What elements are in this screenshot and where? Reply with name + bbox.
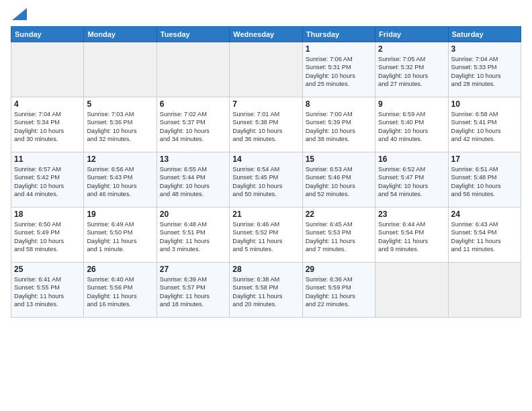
day-number: 1 xyxy=(306,44,372,54)
day-detail: Sunrise: 6:52 AM Sunset: 5:47 PM Dayligh… xyxy=(378,165,445,199)
calendar-cell: 22Sunrise: 6:45 AM Sunset: 5:53 PM Dayli… xyxy=(302,207,375,262)
day-number: 16 xyxy=(378,154,445,164)
calendar-cell: 25Sunrise: 6:41 AM Sunset: 5:55 PM Dayli… xyxy=(11,262,84,317)
calendar-cell: 17Sunrise: 6:51 AM Sunset: 5:48 PM Dayli… xyxy=(448,152,521,207)
day-detail: Sunrise: 7:04 AM Sunset: 5:33 PM Dayligh… xyxy=(451,55,518,89)
day-detail: Sunrise: 6:39 AM Sunset: 5:57 PM Dayligh… xyxy=(160,275,226,309)
calendar-cell: 16Sunrise: 6:52 AM Sunset: 5:47 PM Dayli… xyxy=(375,152,448,207)
calendar-cell xyxy=(230,42,302,97)
day-detail: Sunrise: 6:41 AM Sunset: 5:55 PM Dayligh… xyxy=(14,275,81,309)
calendar-cell: 10Sunrise: 6:58 AM Sunset: 5:41 PM Dayli… xyxy=(448,97,521,152)
weekday-header-friday: Friday xyxy=(375,26,448,42)
day-detail: Sunrise: 6:49 AM Sunset: 5:50 PM Dayligh… xyxy=(87,220,153,254)
calendar-cell: 12Sunrise: 6:56 AM Sunset: 5:43 PM Dayli… xyxy=(84,152,157,207)
day-detail: Sunrise: 7:04 AM Sunset: 5:34 PM Dayligh… xyxy=(14,110,81,144)
day-detail: Sunrise: 6:48 AM Sunset: 5:51 PM Dayligh… xyxy=(160,220,226,254)
day-number: 6 xyxy=(160,99,226,109)
day-detail: Sunrise: 6:46 AM Sunset: 5:52 PM Dayligh… xyxy=(232,220,299,254)
week-row-2: 4Sunrise: 7:04 AM Sunset: 5:34 PM Daylig… xyxy=(11,97,521,152)
day-number: 20 xyxy=(160,210,226,219)
weekday-header-monday: Monday xyxy=(84,26,157,42)
day-number: 23 xyxy=(378,210,445,219)
calendar-cell: 18Sunrise: 6:50 AM Sunset: 5:49 PM Dayli… xyxy=(11,207,84,262)
day-number: 29 xyxy=(306,265,372,274)
calendar-cell xyxy=(157,42,229,97)
logo-icon xyxy=(12,8,27,24)
week-row-3: 11Sunrise: 6:57 AM Sunset: 5:42 PM Dayli… xyxy=(11,152,521,207)
calendar-cell: 21Sunrise: 6:46 AM Sunset: 5:52 PM Dayli… xyxy=(230,207,302,262)
week-row-5: 25Sunrise: 6:41 AM Sunset: 5:55 PM Dayli… xyxy=(11,262,521,317)
weekday-header-row: SundayMondayTuesdayWednesdayThursdayFrid… xyxy=(11,26,521,42)
day-detail: Sunrise: 6:44 AM Sunset: 5:54 PM Dayligh… xyxy=(378,220,445,254)
day-detail: Sunrise: 7:05 AM Sunset: 5:32 PM Dayligh… xyxy=(378,55,445,89)
calendar-cell: 27Sunrise: 6:39 AM Sunset: 5:57 PM Dayli… xyxy=(157,262,229,317)
calendar-cell: 1Sunrise: 7:06 AM Sunset: 5:31 PM Daylig… xyxy=(302,42,375,97)
day-number: 9 xyxy=(378,99,445,109)
day-detail: Sunrise: 6:43 AM Sunset: 5:54 PM Dayligh… xyxy=(451,220,518,254)
calendar-cell: 29Sunrise: 6:36 AM Sunset: 5:59 PM Dayli… xyxy=(302,262,375,317)
day-number: 13 xyxy=(160,154,226,164)
header xyxy=(11,8,521,22)
calendar-cell: 2Sunrise: 7:05 AM Sunset: 5:32 PM Daylig… xyxy=(375,42,448,97)
calendar-cell: 19Sunrise: 6:49 AM Sunset: 5:50 PM Dayli… xyxy=(84,207,157,262)
calendar-cell: 3Sunrise: 7:04 AM Sunset: 5:33 PM Daylig… xyxy=(448,42,521,97)
day-number: 24 xyxy=(451,210,518,219)
day-detail: Sunrise: 7:06 AM Sunset: 5:31 PM Dayligh… xyxy=(306,55,372,89)
calendar-cell: 13Sunrise: 6:55 AM Sunset: 5:44 PM Dayli… xyxy=(157,152,229,207)
day-detail: Sunrise: 6:59 AM Sunset: 5:40 PM Dayligh… xyxy=(378,110,445,144)
day-number: 27 xyxy=(160,265,226,274)
weekday-header-tuesday: Tuesday xyxy=(157,26,229,42)
day-number: 11 xyxy=(14,154,81,164)
day-number: 14 xyxy=(232,154,299,164)
day-number: 25 xyxy=(14,265,81,274)
calendar-cell: 4Sunrise: 7:04 AM Sunset: 5:34 PM Daylig… xyxy=(11,97,84,152)
calendar-cell: 24Sunrise: 6:43 AM Sunset: 5:54 PM Dayli… xyxy=(448,207,521,262)
day-detail: Sunrise: 6:56 AM Sunset: 5:43 PM Dayligh… xyxy=(87,165,153,199)
calendar-cell: 9Sunrise: 6:59 AM Sunset: 5:40 PM Daylig… xyxy=(375,97,448,152)
logo xyxy=(11,8,27,22)
day-detail: Sunrise: 6:53 AM Sunset: 5:46 PM Dayligh… xyxy=(306,165,372,199)
day-detail: Sunrise: 6:58 AM Sunset: 5:41 PM Dayligh… xyxy=(451,110,518,144)
day-detail: Sunrise: 6:51 AM Sunset: 5:48 PM Dayligh… xyxy=(451,165,518,199)
day-detail: Sunrise: 6:57 AM Sunset: 5:42 PM Dayligh… xyxy=(14,165,81,199)
weekday-header-saturday: Saturday xyxy=(448,26,521,42)
day-number: 5 xyxy=(87,99,153,109)
calendar-cell: 6Sunrise: 7:02 AM Sunset: 5:37 PM Daylig… xyxy=(157,97,229,152)
calendar-table: SundayMondayTuesdayWednesdayThursdayFrid… xyxy=(11,26,521,318)
svg-marker-0 xyxy=(12,8,27,20)
calendar-cell: 11Sunrise: 6:57 AM Sunset: 5:42 PM Dayli… xyxy=(11,152,84,207)
calendar-cell xyxy=(11,42,84,97)
calendar-cell: 23Sunrise: 6:44 AM Sunset: 5:54 PM Dayli… xyxy=(375,207,448,262)
day-detail: Sunrise: 7:03 AM Sunset: 5:36 PM Dayligh… xyxy=(87,110,153,144)
day-number: 10 xyxy=(451,99,518,109)
weekday-header-thursday: Thursday xyxy=(302,26,375,42)
calendar-cell: 8Sunrise: 7:00 AM Sunset: 5:39 PM Daylig… xyxy=(302,97,375,152)
calendar-cell: 5Sunrise: 7:03 AM Sunset: 5:36 PM Daylig… xyxy=(84,97,157,152)
day-detail: Sunrise: 6:50 AM Sunset: 5:49 PM Dayligh… xyxy=(14,220,81,254)
day-number: 18 xyxy=(14,210,81,219)
day-number: 12 xyxy=(87,154,153,164)
weekday-header-wednesday: Wednesday xyxy=(230,26,302,42)
calendar-cell: 7Sunrise: 7:01 AM Sunset: 5:38 PM Daylig… xyxy=(230,97,302,152)
day-number: 17 xyxy=(451,154,518,164)
weekday-header-sunday: Sunday xyxy=(11,26,84,42)
day-number: 7 xyxy=(232,99,299,109)
day-number: 3 xyxy=(451,44,518,54)
day-number: 26 xyxy=(87,265,153,274)
day-detail: Sunrise: 6:38 AM Sunset: 5:58 PM Dayligh… xyxy=(232,275,299,309)
day-detail: Sunrise: 6:36 AM Sunset: 5:59 PM Dayligh… xyxy=(306,275,372,309)
day-detail: Sunrise: 6:55 AM Sunset: 5:44 PM Dayligh… xyxy=(160,165,226,199)
day-detail: Sunrise: 6:45 AM Sunset: 5:53 PM Dayligh… xyxy=(306,220,372,254)
day-detail: Sunrise: 7:01 AM Sunset: 5:38 PM Dayligh… xyxy=(232,110,299,144)
calendar-cell: 28Sunrise: 6:38 AM Sunset: 5:58 PM Dayli… xyxy=(230,262,302,317)
day-number: 21 xyxy=(232,210,299,219)
calendar-cell xyxy=(448,262,521,317)
day-number: 19 xyxy=(87,210,153,219)
calendar-page: SundayMondayTuesdayWednesdayThursdayFrid… xyxy=(0,0,532,411)
day-detail: Sunrise: 7:02 AM Sunset: 5:37 PM Dayligh… xyxy=(160,110,226,144)
day-number: 22 xyxy=(306,210,372,219)
calendar-cell xyxy=(375,262,448,317)
day-detail: Sunrise: 7:00 AM Sunset: 5:39 PM Dayligh… xyxy=(306,110,372,144)
calendar-cell: 15Sunrise: 6:53 AM Sunset: 5:46 PM Dayli… xyxy=(302,152,375,207)
week-row-4: 18Sunrise: 6:50 AM Sunset: 5:49 PM Dayli… xyxy=(11,207,521,262)
